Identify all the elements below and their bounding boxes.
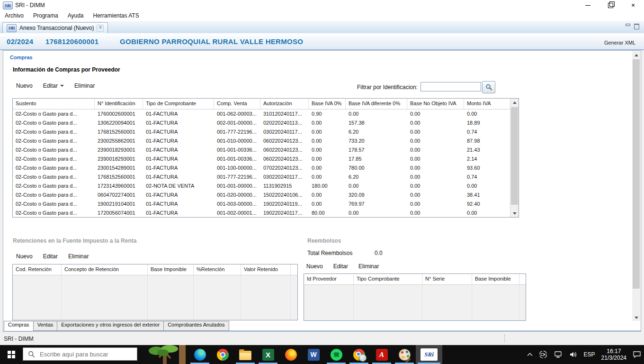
table-scrollbar-thumb[interactable]	[511, 107, 518, 205]
column-header[interactable]: Concepto de Retención	[62, 264, 148, 275]
table-scrollbar[interactable]	[510, 99, 519, 217]
compras-table: SustentoN° IdentificaciónTipo de Comprob…	[12, 98, 519, 218]
column-header[interactable]: %Retención	[194, 264, 241, 275]
column-header[interactable]: Base IVA 0%	[309, 99, 346, 109]
cell: 2.14	[464, 155, 510, 164]
main-scrollbar[interactable]	[632, 51, 640, 321]
column-header[interactable]: Base IVA diferente 0%	[346, 99, 407, 109]
column-header[interactable]: N° Identificación	[95, 99, 143, 109]
meet-now-camera-icon[interactable]	[539, 350, 547, 359]
toolbar-button-editar[interactable]: Editar	[39, 81, 68, 91]
section-tab-exportaciones-y-otros-ingresos-del-exterior[interactable]: Exportaciones y otros ingresos del exter…	[57, 321, 164, 331]
chevron-down-icon[interactable]	[60, 85, 64, 87]
cell: 0.00	[309, 191, 346, 200]
table-row[interactable]: 02-Costo o Gasto para d...17231439600010…	[13, 182, 519, 191]
empty-column	[194, 275, 241, 320]
toolbar-button-nuevo[interactable]: Nuevo	[12, 252, 37, 261]
column-header[interactable]: Cod. Retención	[13, 264, 62, 275]
menu-item-herramientas-ats[interactable]: Herramientas ATS	[89, 11, 144, 20]
taskbar-search[interactable]	[23, 347, 137, 361]
minimize-icon	[585, 5, 590, 6]
table-row[interactable]: 02-Costo o Gasto para d...06047022740010…	[13, 191, 519, 200]
table-row[interactable]: 02-Costo o Gasto para d...17200560740010…	[13, 209, 519, 218]
toolbar-button-editar[interactable]: Editar	[39, 252, 62, 261]
table-row[interactable]: 02-Costo o Gasto para d...13062200940010…	[13, 118, 519, 127]
window-restore-button[interactable]	[599, 0, 621, 10]
section-tab-ventas[interactable]: Ventas	[33, 321, 58, 331]
network-icon[interactable]	[554, 351, 563, 358]
cell: 0.00	[346, 109, 407, 118]
cell: 6.20	[346, 127, 407, 136]
taskbar-app-chrome-profile[interactable]	[348, 345, 370, 364]
column-header[interactable]: Tipo Comprobante	[354, 274, 422, 284]
toolbar-button-nuevo[interactable]: Nuevo	[302, 262, 327, 271]
taskbar-app-excel[interactable]: X	[257, 345, 279, 364]
toolbar-button-nuevo[interactable]: Nuevo	[12, 81, 37, 91]
table-row[interactable]: 02-Costo o Gasto para d...23900182930010…	[13, 146, 519, 155]
section-tab-compras[interactable]: Compras	[4, 321, 34, 331]
menu-item-programa[interactable]: Programa	[28, 11, 63, 20]
scroll-down-button[interactable]	[632, 314, 640, 321]
window-close-button[interactable]: ×	[622, 0, 644, 10]
column-header[interactable]: N° Serie	[422, 274, 472, 284]
toolbar-button-label: Nuevo	[16, 82, 33, 89]
period: 02/2024	[7, 37, 33, 46]
filter-identification-input[interactable]	[420, 82, 481, 91]
column-header[interactable]: Valor Retenido	[241, 264, 291, 275]
taskbar-search-input[interactable]	[39, 350, 126, 358]
toolbar-button-eliminar[interactable]: Eliminar	[70, 81, 99, 91]
cell: 0.00	[309, 173, 346, 182]
panel-maximize-button[interactable]	[634, 24, 639, 29]
volume-icon[interactable]	[569, 351, 578, 358]
table-row[interactable]: 02-Costo o Gasto para d...23002558620010…	[13, 136, 519, 146]
filter-search-button[interactable]	[482, 81, 495, 93]
cell: 01-FACTURA	[143, 127, 214, 136]
taskbar-app-spotify[interactable]	[325, 345, 348, 364]
table-row[interactable]: 02-Costo o Gasto para d...17600026000010…	[13, 109, 519, 118]
tab-anexo-transaccional[interactable]: SRi Anexo Transaccional (Nuevo) ×	[2, 22, 108, 33]
taskbar-app-chrome[interactable]	[211, 345, 234, 364]
cell: 02-Costo o Gasto para d...	[13, 127, 95, 136]
toolbar-button-editar[interactable]: Editar	[329, 262, 352, 271]
taskbar-app-firefox[interactable]	[279, 345, 302, 364]
taskbar-app-file-explorer[interactable]	[234, 345, 257, 364]
column-header[interactable]: Base Imponible	[472, 274, 519, 284]
menu-item-ayuda[interactable]: Ayuda	[63, 11, 89, 20]
table-row[interactable]: 02-Costo o Gasto para d...23001542890010…	[13, 164, 519, 173]
toolbar-button-eliminar[interactable]: Eliminar	[64, 252, 93, 261]
taskbar-app-word[interactable]: W	[302, 345, 325, 364]
taskbar-clock[interactable]: 16:17 21/3/2024	[601, 348, 626, 361]
tray-expand-chevron-icon[interactable]	[527, 353, 533, 356]
column-header[interactable]: Autorización	[260, 99, 309, 109]
cell: 2390018293001	[95, 155, 143, 164]
menu-item-archivo[interactable]: Archivo	[0, 11, 28, 20]
column-header[interactable]: Tipo de Comprobante	[143, 99, 214, 109]
column-header[interactable]: Sustento	[13, 99, 95, 109]
tab-close-icon[interactable]: ×	[97, 25, 104, 32]
language-indicator[interactable]: ESP	[584, 351, 595, 358]
window-minimize-button[interactable]	[577, 0, 599, 10]
column-header[interactable]: Comp. Venta	[214, 99, 260, 109]
taskbar-app-acrobat[interactable]: A	[370, 345, 393, 364]
section-tab-comprobantes-anulados[interactable]: Comprobantes Anulados	[163, 321, 229, 331]
toolbar-button-eliminar[interactable]: Eliminar	[354, 262, 383, 271]
taskbar-app-paint[interactable]	[393, 345, 416, 364]
column-header[interactable]: Id Proveedor	[304, 274, 354, 284]
table-row[interactable]: 02-Costo o Gasto para d...17681525600010…	[13, 173, 519, 182]
table-row[interactable]: 02-Costo o Gasto para d...17681525600010…	[13, 127, 519, 136]
column-header[interactable]: Monto IVA	[464, 99, 510, 109]
column-header[interactable]: Base No Objeto IVA	[407, 99, 464, 109]
table-scroll-down-button[interactable]	[510, 209, 519, 217]
scrollbar-thumb[interactable]	[633, 59, 640, 289]
scroll-up-button[interactable]	[632, 51, 640, 59]
panel-minimize-button[interactable]	[626, 24, 630, 28]
generate-xml-button[interactable]: Generar XML	[604, 40, 635, 46]
column-header[interactable]: Base Imponible	[148, 264, 194, 275]
start-button[interactable]	[0, 345, 23, 364]
table-row[interactable]: 02-Costo o Gasto para d...19002191040010…	[13, 200, 519, 209]
action-center-icon[interactable]	[633, 351, 641, 358]
table-row[interactable]: 02-Costo o Gasto para d...23900182930010…	[13, 155, 519, 164]
taskbar-app-edge[interactable]	[188, 345, 211, 364]
table-scroll-up-button[interactable]	[510, 99, 519, 106]
taskbar-app-sri-dimm[interactable]: SRi	[416, 345, 442, 364]
